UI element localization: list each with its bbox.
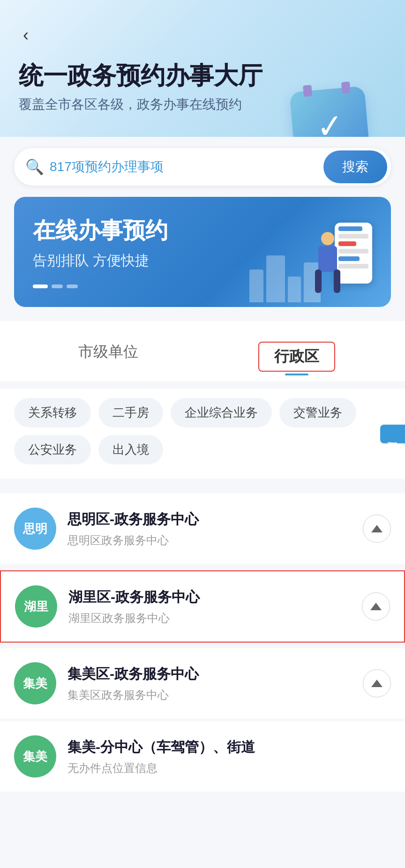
- arrow-button-jimei[interactable]: [363, 669, 391, 697]
- list-divider-1: [0, 565, 405, 567]
- category-section: 关系转移 二手房 企业综合业务 交警业务 公安业务 出入境: [0, 389, 405, 479]
- category-tag-second-hand-house[interactable]: 二手房: [98, 398, 163, 427]
- item-subtitle-jimei-branch: 无办件点位置信息: [68, 761, 391, 776]
- back-button[interactable]: ‹: [14, 23, 38, 47]
- list-item-siming[interactable]: 思明 思明区-政务服务中心 思明区政务服务中心: [0, 494, 405, 564]
- item-info-jimei: 集美区-政务服务中心 集美区政务服务中心: [68, 665, 352, 703]
- list-item-jimei[interactable]: 集美 集美区-政务服务中心 集美区政务服务中心: [0, 648, 405, 718]
- item-subtitle-siming: 思明区政务服务中心: [68, 533, 352, 548]
- avatar-jimei: 集美: [14, 662, 56, 704]
- category-tag-enterprise-business[interactable]: 企业综合业务: [171, 398, 272, 427]
- arrow-button-siming[interactable]: [363, 515, 391, 543]
- avatar-siming: 思明: [14, 508, 56, 550]
- search-section: 🔍 817项预约办理事项 搜索: [0, 137, 405, 197]
- search-placeholder[interactable]: 817项预约办理事项: [50, 158, 323, 176]
- tab-municipal[interactable]: 市级单位: [14, 332, 202, 381]
- category-tag-public-security[interactable]: 公安业务: [14, 435, 91, 464]
- tab-district[interactable]: 行政区: [202, 332, 391, 381]
- category-tag-entry-exit[interactable]: 出入境: [98, 435, 163, 464]
- hero-title: 统一政务预约办事大厅: [19, 61, 386, 90]
- arrow-up-icon: [371, 525, 382, 532]
- calendar-icon: ✓: [289, 86, 370, 137]
- arrow-up-icon-huli: [370, 603, 382, 610]
- list-item-huli[interactable]: 湖里 湖里区-政务服务中心 湖里区政务服务中心: [0, 570, 405, 643]
- buildings-illustration: [249, 255, 321, 302]
- item-title-jimei-branch: 集美-分中心（车驾管）、街道: [68, 738, 391, 757]
- item-title-jimei: 集美区-政务服务中心: [68, 665, 352, 684]
- side-float-button[interactable]: 预约规则: [380, 425, 405, 443]
- banner-section[interactable]: 在线办事预约 告别排队 方便快捷: [14, 197, 391, 307]
- list-item-jimei-branch[interactable]: 集美 集美-分中心（车驾管）、街道 无办件点位置信息: [0, 721, 405, 792]
- item-info-jimei-branch: 集美-分中心（车驾管）、街道 无办件点位置信息: [68, 738, 391, 776]
- hero-content: ✓ 统一政务预约办事大厅 覆盖全市各区各级，政务办事在线预约: [0, 52, 405, 123]
- nav-bar: ‹: [0, 0, 405, 52]
- dot-1[interactable]: [33, 284, 48, 288]
- avatar-huli: 湖里: [15, 585, 57, 628]
- arrow-button-huli[interactable]: [362, 592, 390, 621]
- item-subtitle-huli: 湖里区政务服务中心: [68, 611, 351, 626]
- item-subtitle-jimei: 集美区政务服务中心: [68, 688, 352, 703]
- dot-3[interactable]: [67, 284, 78, 288]
- item-info-siming: 思明区-政务服务中心 思明区政务服务中心: [68, 510, 352, 548]
- search-icon: 🔍: [25, 158, 44, 176]
- avatar-jimei-branch: 集美: [14, 735, 56, 778]
- item-info-huli: 湖里区-政务服务中心 湖里区政务服务中心: [68, 588, 351, 626]
- tab-district-label: 行政区: [274, 348, 319, 365]
- tabs-section: 市级单位 行政区: [0, 321, 405, 381]
- check-icon: ✓: [315, 106, 345, 137]
- arrow-up-icon-jimei: [371, 680, 382, 687]
- banner-person-illustration: [311, 213, 372, 307]
- dot-2[interactable]: [52, 284, 63, 288]
- item-title-siming: 思明区-政务服务中心: [68, 510, 352, 529]
- section-divider-1: [0, 381, 405, 389]
- section-divider-2: [0, 479, 405, 486]
- list-section: 思明 思明区-政务服务中心 思明区政务服务中心 湖里 湖里区-政务服务中心 湖里…: [0, 486, 405, 800]
- item-title-huli: 湖里区-政务服务中心: [68, 588, 351, 607]
- hero-illustration: ✓: [292, 89, 386, 137]
- search-bar: 🔍 817项预约办理事项 搜索: [14, 148, 391, 186]
- category-tag-relation-transfer[interactable]: 关系转移: [14, 398, 91, 427]
- category-tag-traffic-police[interactable]: 交警业务: [279, 398, 356, 427]
- search-button[interactable]: 搜索: [323, 150, 387, 183]
- hero-section: ‹ ✓ 统一政务预约办事大厅 覆盖全市各区各级，政务办事在线预约: [0, 0, 405, 137]
